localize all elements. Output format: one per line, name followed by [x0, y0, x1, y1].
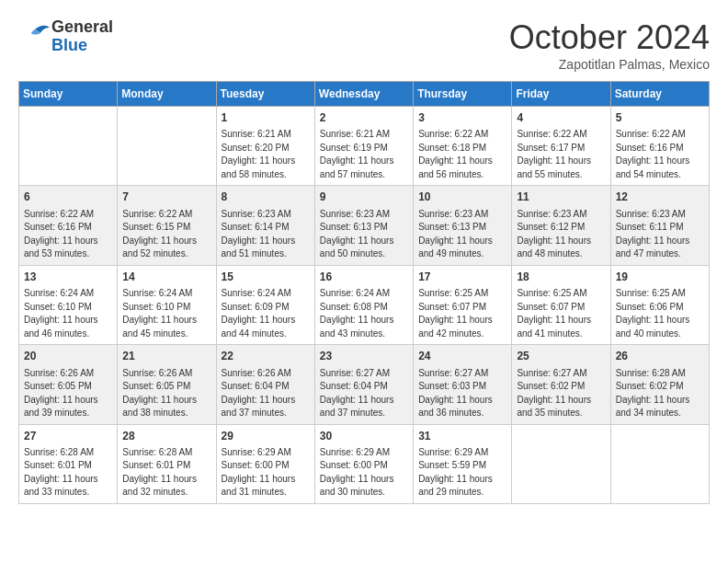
day-info: Sunrise: 6:26 AM Sunset: 6:04 PM Dayligh… — [222, 367, 310, 420]
calendar-cell: 13Sunrise: 6:24 AM Sunset: 6:10 PM Dayli… — [19, 265, 118, 344]
day-info: Sunrise: 6:27 AM Sunset: 6:02 PM Dayligh… — [517, 367, 605, 420]
day-number: 10 — [418, 190, 506, 205]
day-info: Sunrise: 6:24 AM Sunset: 6:08 PM Dayligh… — [320, 287, 408, 340]
logo-wrapper: General Blue — [18, 18, 113, 55]
day-number: 29 — [222, 429, 310, 444]
day-info: Sunrise: 6:26 AM Sunset: 6:05 PM Dayligh… — [122, 367, 210, 420]
day-info: Sunrise: 6:25 AM Sunset: 6:06 PM Dayligh… — [616, 287, 704, 340]
day-info: Sunrise: 6:25 AM Sunset: 6:07 PM Dayligh… — [517, 287, 605, 340]
calendar-cell: 2Sunrise: 6:21 AM Sunset: 6:19 PM Daylig… — [314, 107, 413, 186]
calendar-cell: 4Sunrise: 6:22 AM Sunset: 6:17 PM Daylig… — [512, 107, 610, 186]
calendar-cell: 6Sunrise: 6:22 AM Sunset: 6:16 PM Daylig… — [19, 186, 118, 265]
day-number: 24 — [418, 349, 506, 364]
day-info: Sunrise: 6:22 AM Sunset: 6:16 PM Dayligh… — [24, 208, 112, 261]
day-number: 26 — [616, 349, 704, 364]
day-number: 1 — [222, 110, 310, 126]
calendar-cell: 7Sunrise: 6:22 AM Sunset: 6:15 PM Daylig… — [118, 186, 216, 265]
day-info: Sunrise: 6:23 AM Sunset: 6:11 PM Dayligh… — [616, 208, 704, 261]
day-number: 19 — [616, 270, 704, 285]
calendar-week-row: 1Sunrise: 6:21 AM Sunset: 6:20 PM Daylig… — [19, 107, 710, 186]
day-info: Sunrise: 6:23 AM Sunset: 6:12 PM Dayligh… — [517, 208, 605, 261]
day-number: 18 — [517, 270, 605, 285]
day-info: Sunrise: 6:27 AM Sunset: 6:03 PM Dayligh… — [418, 367, 506, 420]
calendar-cell: 18Sunrise: 6:25 AM Sunset: 6:07 PM Dayli… — [512, 265, 610, 344]
calendar-week-row: 6Sunrise: 6:22 AM Sunset: 6:16 PM Daylig… — [19, 186, 710, 265]
calendar-cell — [610, 424, 709, 503]
day-number: 30 — [320, 429, 408, 444]
logo-text: General Blue — [51, 18, 113, 55]
location: Zapotitlan Palmas, Mexico — [509, 57, 710, 72]
day-info: Sunrise: 6:28 AM Sunset: 6:02 PM Dayligh… — [616, 367, 704, 420]
day-info: Sunrise: 6:29 AM Sunset: 6:00 PM Dayligh… — [222, 446, 310, 500]
calendar-cell: 24Sunrise: 6:27 AM Sunset: 6:03 PM Dayli… — [414, 345, 512, 424]
calendar-cell: 23Sunrise: 6:27 AM Sunset: 6:04 PM Dayli… — [314, 345, 413, 424]
day-info: Sunrise: 6:29 AM Sunset: 5:59 PM Dayligh… — [418, 446, 506, 500]
day-number: 31 — [418, 429, 506, 444]
calendar-cell: 21Sunrise: 6:26 AM Sunset: 6:05 PM Dayli… — [118, 345, 216, 424]
day-number: 14 — [122, 270, 210, 285]
day-info: Sunrise: 6:29 AM Sunset: 6:00 PM Dayligh… — [320, 446, 408, 500]
calendar-cell: 15Sunrise: 6:24 AM Sunset: 6:09 PM Dayli… — [216, 265, 314, 344]
day-number: 17 — [418, 270, 506, 285]
day-info: Sunrise: 6:26 AM Sunset: 6:05 PM Dayligh… — [24, 367, 112, 420]
day-number: 9 — [320, 190, 408, 205]
day-number: 6 — [24, 190, 112, 205]
calendar-cell: 12Sunrise: 6:23 AM Sunset: 6:11 PM Dayli… — [610, 186, 709, 265]
calendar-week-row: 27Sunrise: 6:28 AM Sunset: 6:01 PM Dayli… — [19, 424, 710, 503]
calendar-cell: 31Sunrise: 6:29 AM Sunset: 5:59 PM Dayli… — [414, 424, 512, 503]
day-info: Sunrise: 6:23 AM Sunset: 6:13 PM Dayligh… — [418, 208, 506, 261]
calendar-cell: 1Sunrise: 6:21 AM Sunset: 6:20 PM Daylig… — [216, 107, 314, 186]
page-header: General Blue October 2024 Zapotitlan Pal… — [18, 18, 710, 72]
day-number: 3 — [418, 110, 506, 126]
calendar-cell — [19, 107, 118, 186]
day-number: 16 — [320, 270, 408, 285]
calendar-cell: 22Sunrise: 6:26 AM Sunset: 6:04 PM Dayli… — [216, 345, 314, 424]
calendar-table: SundayMondayTuesdayWednesdayThursdayFrid… — [18, 81, 710, 504]
day-number: 15 — [222, 270, 310, 285]
day-number: 8 — [222, 190, 310, 205]
day-number: 21 — [122, 349, 210, 364]
weekday-header: Saturday — [610, 82, 709, 107]
day-number: 27 — [24, 429, 112, 444]
day-info: Sunrise: 6:28 AM Sunset: 6:01 PM Dayligh… — [24, 446, 112, 500]
calendar-cell — [118, 107, 216, 186]
day-number: 22 — [222, 349, 310, 364]
calendar-cell: 16Sunrise: 6:24 AM Sunset: 6:08 PM Dayli… — [314, 265, 413, 344]
calendar-cell: 14Sunrise: 6:24 AM Sunset: 6:10 PM Dayli… — [118, 265, 216, 344]
day-info: Sunrise: 6:21 AM Sunset: 6:20 PM Dayligh… — [222, 128, 310, 181]
calendar-cell — [512, 424, 610, 503]
weekday-header: Friday — [512, 82, 610, 107]
day-number: 12 — [616, 190, 704, 205]
weekday-header: Sunday — [19, 82, 118, 107]
calendar-cell: 27Sunrise: 6:28 AM Sunset: 6:01 PM Dayli… — [19, 424, 118, 503]
day-info: Sunrise: 6:21 AM Sunset: 6:19 PM Dayligh… — [320, 128, 408, 181]
calendar-cell: 8Sunrise: 6:23 AM Sunset: 6:14 PM Daylig… — [216, 186, 314, 265]
weekday-header: Tuesday — [216, 82, 314, 107]
title-block: October 2024 Zapotitlan Palmas, Mexico — [509, 18, 710, 72]
day-info: Sunrise: 6:22 AM Sunset: 6:18 PM Dayligh… — [418, 128, 506, 181]
day-info: Sunrise: 6:28 AM Sunset: 6:01 PM Dayligh… — [122, 446, 210, 500]
day-info: Sunrise: 6:27 AM Sunset: 6:04 PM Dayligh… — [320, 367, 408, 420]
calendar-cell: 9Sunrise: 6:23 AM Sunset: 6:13 PM Daylig… — [314, 186, 413, 265]
calendar-week-row: 13Sunrise: 6:24 AM Sunset: 6:10 PM Dayli… — [19, 265, 710, 344]
day-info: Sunrise: 6:24 AM Sunset: 6:10 PM Dayligh… — [122, 287, 210, 340]
day-info: Sunrise: 6:25 AM Sunset: 6:07 PM Dayligh… — [418, 287, 506, 340]
day-number: 4 — [517, 110, 605, 126]
logo-general: General — [51, 18, 113, 37]
day-info: Sunrise: 6:23 AM Sunset: 6:13 PM Dayligh… — [320, 208, 408, 261]
calendar-cell: 25Sunrise: 6:27 AM Sunset: 6:02 PM Dayli… — [512, 345, 610, 424]
weekday-header: Monday — [118, 82, 216, 107]
calendar-cell: 26Sunrise: 6:28 AM Sunset: 6:02 PM Dayli… — [610, 345, 709, 424]
calendar-week-row: 20Sunrise: 6:26 AM Sunset: 6:05 PM Dayli… — [19, 345, 710, 424]
logo: General Blue — [18, 18, 113, 55]
calendar-cell: 5Sunrise: 6:22 AM Sunset: 6:16 PM Daylig… — [610, 107, 709, 186]
day-number: 5 — [616, 110, 704, 126]
calendar-cell: 28Sunrise: 6:28 AM Sunset: 6:01 PM Dayli… — [118, 424, 216, 503]
calendar-cell: 11Sunrise: 6:23 AM Sunset: 6:12 PM Dayli… — [512, 186, 610, 265]
day-number: 20 — [24, 349, 112, 364]
day-number: 2 — [320, 110, 408, 126]
calendar-cell: 29Sunrise: 6:29 AM Sunset: 6:00 PM Dayli… — [216, 424, 314, 503]
logo-bird-icon — [18, 22, 51, 52]
day-info: Sunrise: 6:22 AM Sunset: 6:17 PM Dayligh… — [517, 128, 605, 181]
day-info: Sunrise: 6:22 AM Sunset: 6:15 PM Dayligh… — [122, 208, 210, 261]
